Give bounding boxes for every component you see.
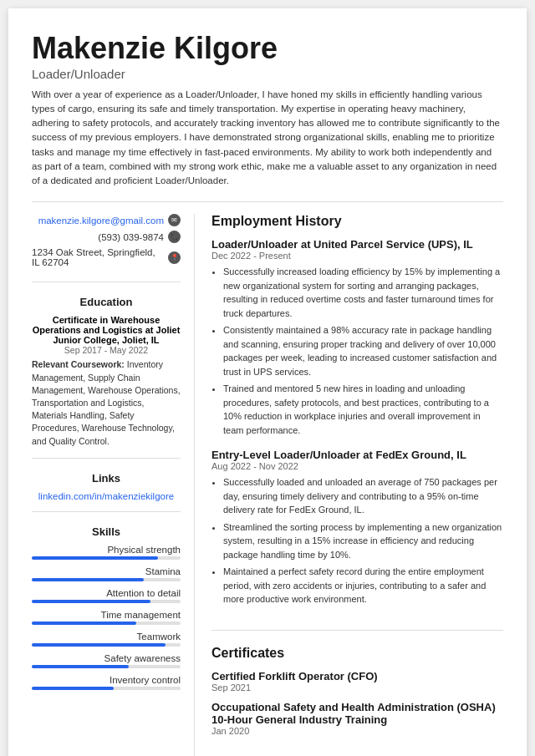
skill-name: Attention to detail: [32, 588, 181, 598]
skill-item: Inventory control: [32, 675, 181, 690]
phone-icon: 📞: [168, 231, 181, 243]
left-column: makenzie.kilgore@gmail.com ✉ (593) 039-9…: [32, 214, 195, 756]
certificates-title: Certificates: [211, 646, 503, 663]
job-bullets: Successfully increased loading efficienc…: [211, 265, 503, 437]
job-entry: Entry-Level Loader/Unloader at FedEx Gro…: [211, 449, 503, 606]
cert-name: Occupational Safety and Health Administr…: [211, 701, 503, 726]
education-section: Education Certificate in Warehouse Opera…: [32, 296, 181, 459]
job-entry: Loader/Unloader at United Parcel Service…: [211, 238, 503, 437]
job-title: Loader/Unloader: [32, 67, 503, 81]
skill-bar-fill: [32, 600, 150, 603]
skill-bar-bg: [32, 578, 181, 581]
education-dates: Sep 2017 - May 2022: [32, 345, 181, 355]
education-coursework: Relevant Coursework: Inventory Managemen…: [32, 358, 181, 448]
location-icon: 📍: [168, 251, 181, 264]
job-title-text: Entry-Level Loader/Unloader at FedEx Gro…: [211, 449, 503, 461]
jobs-list: Loader/Unloader at United Parcel Service…: [211, 238, 503, 606]
address-text: 1234 Oak Street, Springfield, IL 62704: [32, 247, 164, 267]
email-text: makenzie.kilgore@gmail.com: [38, 216, 164, 226]
cert-date: Sep 2021: [211, 682, 503, 693]
skills-list: Physical strength Stamina Attention to d…: [32, 545, 181, 690]
bullet-item: Consistently maintained a 98% accuracy r…: [223, 323, 503, 378]
education-degree: Certificate in Warehouse Operations and …: [32, 315, 181, 345]
skill-bar-fill: [32, 643, 166, 647]
cert-date: Jan 2020: [211, 726, 503, 736]
cert-item: Certified Forklift Operator (CFO) Sep 20…: [211, 670, 503, 693]
phone-text: (593) 039-9874: [98, 232, 164, 242]
links-section: Links linkedin.com/in/makenziekilgore: [32, 472, 181, 512]
job-dates: Dec 2022 - Present: [211, 251, 503, 261]
summary-text: With over a year of experience as a Load…: [32, 88, 503, 189]
coursework-label: Relevant Coursework:: [32, 359, 125, 369]
job-bullets: Successfully loaded and unloaded an aver…: [211, 475, 503, 606]
skill-name: Stamina: [32, 566, 181, 576]
linkedin-link[interactable]: linkedin.com/in/makenziekilgore: [32, 491, 181, 501]
contact-address: 1234 Oak Street, Springfield, IL 62704 📍: [32, 247, 181, 267]
contact-phone: (593) 039-9874 📞: [32, 231, 181, 243]
skills-section: Skills Physical strength Stamina Attenti…: [32, 525, 181, 690]
bullet-item: Streamlined the sorting process by imple…: [223, 520, 503, 562]
education-title: Education: [32, 296, 181, 308]
resume-container: Makenzie Kilgore Loader/Unloader With ov…: [8, 8, 527, 756]
skill-bar-fill: [32, 687, 114, 690]
employment-section: Employment History Loader/Unloader at Un…: [211, 214, 503, 631]
skill-item: Safety awareness: [32, 653, 181, 668]
skill-bar-bg: [32, 665, 181, 668]
skill-name: Teamwork: [32, 632, 181, 642]
skills-title: Skills: [32, 525, 181, 538]
skill-bar-bg: [32, 600, 181, 603]
skill-name: Time management: [32, 610, 181, 620]
skill-bar-fill: [32, 578, 144, 581]
contact-email[interactable]: makenzie.kilgore@gmail.com ✉: [32, 214, 181, 226]
skill-bar-fill: [32, 665, 129, 668]
skill-bar-bg: [32, 643, 181, 647]
cert-name: Certified Forklift Operator (CFO): [211, 670, 503, 682]
skill-bar-bg: [32, 687, 181, 690]
bullet-item: Trained and mentored 5 new hires in load…: [223, 382, 503, 437]
contact-section: makenzie.kilgore@gmail.com ✉ (593) 039-9…: [32, 214, 181, 282]
skill-item: Teamwork: [32, 632, 181, 647]
certificates-section: Certificates Certified Forklift Operator…: [211, 646, 503, 756]
skill-name: Safety awareness: [32, 653, 181, 663]
header-section: Makenzie Kilgore Loader/Unloader With ov…: [32, 32, 503, 188]
right-column: Employment History Loader/Unloader at Un…: [195, 214, 503, 756]
bullet-item: Maintained a perfect safety record durin…: [223, 565, 503, 606]
candidate-name: Makenzie Kilgore: [32, 32, 503, 65]
links-title: Links: [32, 472, 181, 485]
main-content: makenzie.kilgore@gmail.com ✉ (593) 039-9…: [32, 214, 503, 756]
job-title-text: Loader/Unloader at United Parcel Service…: [211, 238, 503, 251]
cert-item: Occupational Safety and Health Administr…: [211, 701, 503, 736]
skill-bar-bg: [32, 556, 181, 560]
email-icon: ✉: [168, 214, 181, 226]
employment-title: Employment History: [211, 214, 503, 231]
skill-bar-fill: [32, 622, 136, 625]
skill-bar-fill: [32, 556, 158, 560]
bullet-item: Successfully increased loading efficienc…: [223, 265, 503, 320]
skill-item: Stamina: [32, 566, 181, 581]
skill-bar-bg: [32, 622, 181, 625]
certs-list: Certified Forklift Operator (CFO) Sep 20…: [211, 670, 503, 736]
bullet-item: Successfully loaded and unloaded an aver…: [223, 475, 503, 517]
skill-name: Physical strength: [32, 545, 181, 555]
coursework-text: Inventory Management, Supply Chain Manag…: [32, 359, 181, 445]
skill-item: Time management: [32, 610, 181, 625]
skill-item: Physical strength: [32, 545, 181, 560]
skill-name: Inventory control: [32, 675, 181, 685]
job-dates: Aug 2022 - Nov 2022: [211, 461, 503, 471]
skill-item: Attention to detail: [32, 588, 181, 603]
